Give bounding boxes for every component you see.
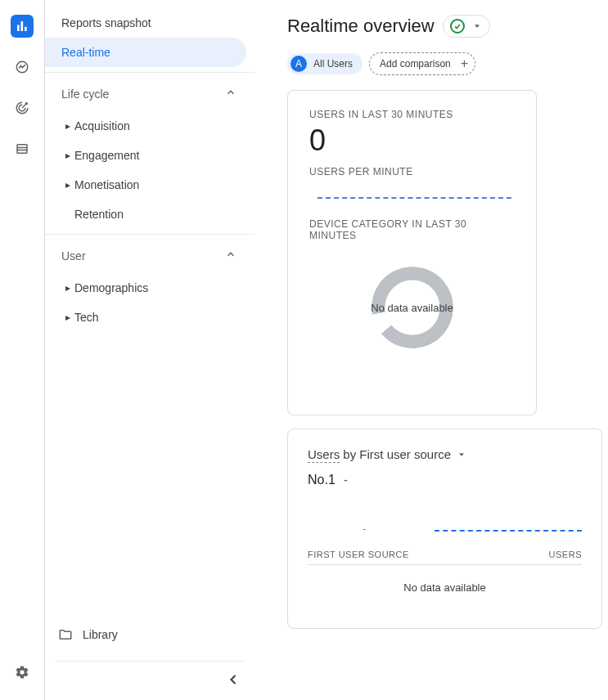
svg-marker-9 (459, 453, 464, 456)
rank-row: No.1 - (308, 473, 582, 487)
mini-chart: - (308, 514, 582, 533)
nav-sub-label: Monetisation (74, 178, 139, 191)
sparkline-placeholder (318, 197, 511, 199)
chip-label: All Users (313, 58, 353, 70)
chevron-left-icon[interactable] (225, 671, 241, 690)
caret-right-icon: ▸ (61, 282, 74, 294)
nav-sub-label: Acquisition (74, 119, 130, 132)
title-row: Realtime overview (287, 15, 608, 38)
heading-rest: by First user source (340, 447, 451, 461)
svg-rect-5 (17, 145, 27, 154)
card-first-user-source: Users by First user source No.1 - - FIRS… (287, 429, 602, 629)
nav-group-lifecycle[interactable]: Life cycle (45, 72, 254, 111)
nav-sub-engagement[interactable]: ▸ Engagement (45, 141, 254, 170)
mini-chart-left: - (308, 523, 421, 533)
heading-metric: Users (308, 447, 340, 463)
chevron-up-icon (225, 87, 236, 101)
rank-value: - (344, 473, 348, 487)
nav-sub-label: Retention (74, 208, 124, 221)
nav-group-label: Life cycle (61, 88, 109, 101)
label-users-30min: USERS IN LAST 30 MINUTES (309, 109, 515, 120)
svg-rect-2 (25, 27, 27, 31)
label-users-per-minute: USERS PER MINUTE (309, 166, 515, 177)
donut-chart: No data available (309, 254, 515, 361)
caret-down-icon (473, 20, 481, 33)
nav-sub-label: Demographics (74, 281, 148, 294)
check-circle-icon (450, 19, 465, 34)
table-no-data: No data available (308, 565, 582, 610)
nav-item-reports-snapshot[interactable]: Reports snapshot (45, 8, 246, 38)
comparison-row: A All Users Add comparison + (287, 52, 608, 75)
chevron-up-icon (225, 249, 236, 262)
nav-sub-retention[interactable]: ▸ Retention (45, 200, 254, 229)
caret-right-icon: ▸ (61, 312, 74, 323)
status-pill[interactable] (443, 15, 490, 38)
nav-item-label: Real-time (61, 46, 110, 59)
svg-rect-0 (17, 25, 20, 32)
svg-rect-1 (21, 21, 24, 31)
main-content: Realtime overview A All Users Add compar… (254, 0, 608, 700)
chip-add-comparison[interactable]: Add comparison + (369, 52, 475, 75)
caret-right-icon: ▸ (61, 120, 74, 132)
col-first-user-source: FIRST USER SOURCE (308, 550, 409, 559)
chip-label: Add comparison (380, 58, 451, 70)
target-icon[interactable] (11, 96, 34, 119)
trending-icon[interactable] (11, 56, 34, 79)
folder-icon (58, 627, 73, 642)
nav-sub-acquisition[interactable]: ▸ Acquisition (45, 111, 254, 141)
caret-right-icon: ▸ (61, 179, 74, 191)
plus-icon: + (461, 56, 468, 71)
collapse-nav-row (55, 661, 245, 690)
nav-sub-monetisation[interactable]: ▸ Monetisation (45, 170, 254, 200)
nav-sub-tech[interactable]: ▸ Tech (45, 303, 254, 332)
gear-icon[interactable] (11, 661, 34, 684)
nav-sub-label: Engagement (74, 149, 139, 162)
donut-no-data-label: No data available (371, 302, 453, 314)
card-heading[interactable]: Users by First user source (308, 447, 582, 461)
chip-all-users[interactable]: A All Users (287, 53, 363, 74)
label-device-category: DEVICE CATEGORY IN LAST 30 MINUTES (309, 218, 515, 241)
col-users: USERS (549, 550, 582, 559)
nav-sub-label: Tech (74, 311, 99, 324)
mini-chart-right (435, 530, 582, 532)
icon-rail (0, 0, 45, 700)
svg-line-4 (22, 103, 27, 108)
nav-group-user[interactable]: User (45, 234, 254, 273)
nav-item-realtime[interactable]: Real-time (45, 38, 246, 67)
reports-icon[interactable] (11, 15, 34, 38)
nav-library[interactable]: Library (55, 618, 245, 651)
table-header: FIRST USER SOURCE USERS (308, 550, 582, 565)
avatar: A (290, 56, 307, 72)
caret-down-icon (454, 447, 466, 461)
nav-group-label: User (61, 249, 86, 262)
rank-label: No.1 (308, 473, 336, 487)
value-users-30min: 0 (309, 123, 515, 158)
page-title: Realtime overview (287, 16, 435, 37)
svg-marker-8 (475, 25, 480, 28)
nav-library-label: Library (83, 628, 118, 641)
nav-item-label: Reports snapshot (61, 16, 151, 29)
nav-panel: Reports snapshot Real-time Life cycle ▸ … (45, 0, 254, 700)
list-icon[interactable] (11, 137, 34, 160)
nav-sub-demographics[interactable]: ▸ Demographics (45, 273, 254, 303)
card-users-overview: USERS IN LAST 30 MINUTES 0 USERS PER MIN… (287, 90, 537, 415)
caret-right-icon: ▸ (61, 150, 74, 161)
